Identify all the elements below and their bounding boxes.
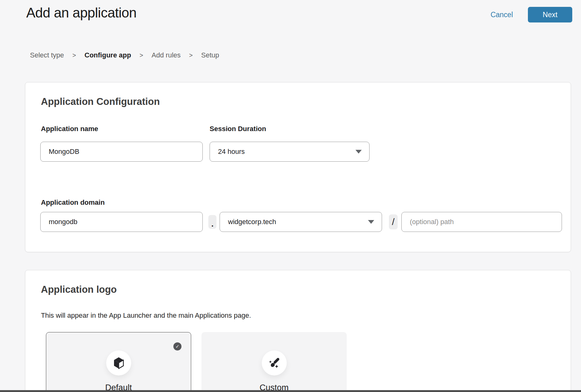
- step-setup[interactable]: Setup: [201, 51, 219, 59]
- dot-separator: .: [208, 215, 216, 229]
- domain-select[interactable]: widgetcorp.tech: [220, 212, 382, 232]
- domain-value: widgetcorp.tech: [228, 218, 276, 226]
- application-name-input[interactable]: [40, 142, 203, 162]
- path-input[interactable]: [401, 212, 562, 232]
- application-domain-label: Application domain: [41, 198, 105, 207]
- step-configure-app[interactable]: Configure app: [85, 51, 131, 59]
- logo-option-custom[interactable]: Custom: [201, 332, 347, 392]
- step-separator: >: [189, 52, 193, 59]
- breadcrumb: Select type > Configure app > Add rules …: [30, 51, 219, 59]
- logo-options: ✓ Default Custom: [46, 332, 347, 392]
- cancel-button[interactable]: Cancel: [490, 11, 513, 19]
- cube-icon: [112, 356, 125, 370]
- selected-check-icon: ✓: [173, 342, 181, 350]
- caret-down-icon: [368, 220, 374, 224]
- step-separator: >: [140, 52, 143, 59]
- paintbrush-icon: [268, 357, 281, 369]
- header-actions: Cancel Next: [490, 7, 572, 22]
- bottom-scrollbar: [0, 390, 581, 392]
- default-logo-circle: [106, 350, 131, 375]
- page-title: Add an application: [26, 5, 137, 21]
- application-name-label: Application name: [41, 125, 98, 133]
- application-configuration-heading: Application Configuration: [41, 96, 160, 107]
- application-domain-row: . widgetcorp.tech /: [40, 212, 562, 232]
- session-duration-label: Session Duration: [210, 125, 266, 133]
- custom-logo-circle: [262, 350, 287, 375]
- subdomain-input[interactable]: [40, 212, 203, 232]
- session-duration-value: 24 hours: [218, 148, 245, 156]
- caret-down-icon: [355, 150, 362, 154]
- application-logo-heading: Application logo: [41, 284, 117, 295]
- step-separator: >: [72, 52, 76, 59]
- step-select-type[interactable]: Select type: [30, 51, 64, 59]
- session-duration-select[interactable]: 24 hours: [210, 142, 370, 162]
- application-logo-card: Application logo This will appear in the…: [25, 270, 571, 392]
- logo-option-default[interactable]: ✓ Default: [46, 332, 191, 392]
- application-configuration-card: Application Configuration Application na…: [25, 82, 571, 252]
- application-logo-description: This will appear in the App Launcher and…: [41, 311, 251, 320]
- step-add-rules[interactable]: Add rules: [151, 51, 181, 59]
- slash-separator: /: [389, 214, 398, 229]
- next-button[interactable]: Next: [528, 7, 572, 22]
